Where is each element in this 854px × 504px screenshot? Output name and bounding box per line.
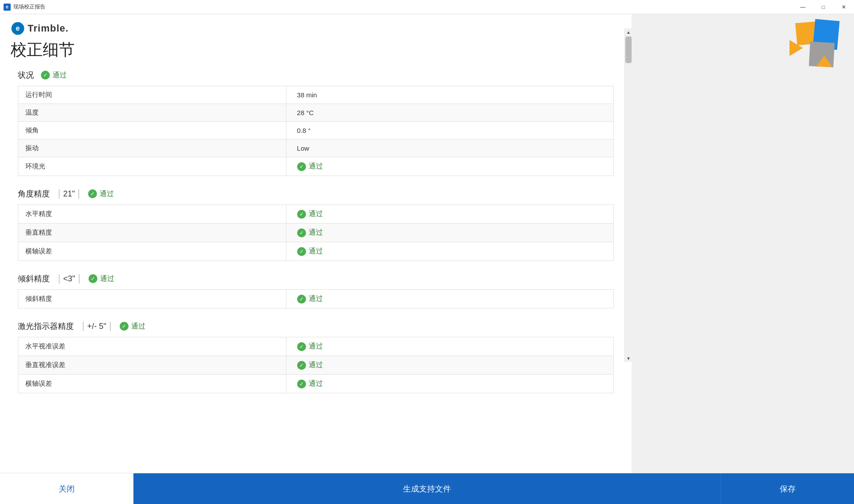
table-row: 垂直精度 ✓ 通过	[18, 224, 614, 242]
laser-table: 水平视准误差 ✓ 通过 垂直视准误差 ✓ 通过	[18, 337, 614, 393]
trimble-3d-logo	[769, 18, 841, 80]
minimize-button[interactable]: —	[793, 0, 813, 14]
trimble-logo-text: Trimble.	[28, 23, 68, 34]
section-laser: 激光指示器精度 +/- 5" ✓ 通过 水平视准误差 ✓ 通过	[18, 319, 614, 393]
row-label: 运行时间	[18, 86, 286, 104]
content-area[interactable]: 状况 ✓ 通过 运行时间 38 min 温度 28 °C 倾角 0.8 °	[0, 68, 632, 503]
section-status-title: 状况	[18, 70, 34, 80]
section-angle: 角度精度 21" ✓ 通过 水平精度 ✓ 通过	[18, 187, 614, 261]
row-value: 28 °C	[286, 104, 613, 122]
pass-icon-status: ✓	[41, 71, 50, 80]
row-value: ✓ 通过	[286, 224, 613, 242]
section-laser-pass: ✓ 通过	[120, 322, 145, 331]
pass-icon-laser-axis: ✓	[297, 380, 306, 388]
pass-icon-axis: ✓	[297, 247, 306, 256]
title-bar: e 现场校正报告 — □ ✕	[0, 0, 854, 14]
row-value: ✓ 通过	[286, 242, 613, 261]
table-row: 倾角 0.8 °	[18, 122, 614, 140]
scrollbar-down-arrow[interactable]: ▼	[625, 355, 632, 362]
scrollbar-up-arrow[interactable]: ▲	[625, 28, 632, 36]
page-title: 校正细节	[0, 36, 632, 68]
section-angle-pass-label: 通过	[100, 189, 114, 199]
cell-pass-badge: ✓ 通过	[297, 228, 606, 237]
row-label: 水平精度	[18, 205, 286, 224]
pass-icon-ambient: ✓	[297, 162, 306, 171]
cell-pass-badge: ✓ 通过	[297, 294, 606, 304]
section-tilt-header: 倾斜精度 <3" ✓ 通过	[18, 272, 614, 286]
cell-pass-badge: ✓ 通过	[297, 379, 606, 388]
pass-icon-tilt: ✓	[89, 274, 97, 283]
generate-button[interactable]: 生成支持文件	[133, 473, 721, 504]
row-label: 环境光	[18, 157, 286, 176]
maximize-button[interactable]: □	[813, 0, 834, 14]
trimble-logo-icon: e	[11, 21, 25, 36]
section-laser-pass-label: 通过	[131, 322, 145, 331]
row-value: 38 min	[286, 86, 613, 104]
title-bar-controls: — □ ✕	[793, 0, 854, 14]
section-laser-header: 激光指示器精度 +/- 5" ✓ 通过	[18, 319, 614, 333]
row-value: ✓ 通过	[286, 157, 613, 176]
section-angle-value: 21"	[59, 189, 79, 199]
section-angle-pass: ✓ 通过	[88, 189, 114, 199]
pass-icon-laser-vt: ✓	[297, 361, 306, 370]
cell-pass-badge: ✓ 通过	[297, 209, 606, 219]
save-button[interactable]: 保存	[721, 473, 854, 504]
row-value: ✓ 通过	[286, 375, 613, 393]
title-bar-text: 现场校正报告	[13, 3, 45, 11]
scrollbar[interactable]: ▲ ▼	[624, 28, 632, 362]
table-row: 倾斜精度 ✓ 通过	[18, 290, 614, 308]
section-status-pass: ✓ 通过	[41, 71, 67, 80]
cell-pass-badge: ✓ 通过	[297, 162, 606, 171]
row-label: 横轴误差	[18, 375, 286, 393]
row-label: 水平视准误差	[18, 337, 286, 356]
row-value: ✓ 通过	[286, 205, 613, 224]
section-tilt-pass: ✓ 通过	[89, 274, 114, 284]
main-window: e Trimble. 校正细节 状况 ✓ 通过 运行时间 38 min	[0, 14, 632, 503]
table-row: 环境光 ✓ 通过	[18, 157, 614, 176]
pass-icon-laser: ✓	[120, 322, 129, 331]
section-status: 状况 ✓ 通过 运行时间 38 min 温度 28 °C 倾角 0.8 °	[18, 68, 614, 176]
section-tilt-title: 倾斜精度	[18, 273, 50, 284]
tilt-table: 倾斜精度 ✓ 通过	[18, 289, 614, 308]
pass-icon-angle: ✓	[88, 189, 97, 198]
section-angle-title: 角度精度	[18, 188, 50, 199]
row-label: 振动	[18, 140, 286, 157]
pass-icon-laser-hz: ✓	[297, 342, 306, 351]
row-value: ✓ 通过	[286, 356, 613, 375]
section-laser-title: 激光指示器精度	[18, 321, 74, 332]
status-table: 运行时间 38 min 温度 28 °C 倾角 0.8 ° 振动 Low 环境光	[18, 86, 614, 176]
table-row: 横轴误差 ✓ 通过	[18, 375, 614, 393]
row-label: 横轴误差	[18, 242, 286, 261]
pass-icon-vt: ✓	[297, 228, 306, 237]
row-label: 温度	[18, 104, 286, 122]
section-laser-value: +/- 5"	[83, 322, 111, 331]
footer: 关闭 生成支持文件 保存	[0, 473, 854, 504]
cell-pass-badge: ✓ 通过	[297, 247, 606, 256]
section-status-header: 状况 ✓ 通过	[18, 68, 614, 82]
section-status-pass-label: 通过	[52, 71, 67, 80]
logo-area: e Trimble.	[0, 14, 632, 36]
row-label: 倾斜精度	[18, 290, 286, 308]
row-value: ✓ 通过	[286, 337, 613, 356]
row-value: 0.8 °	[286, 122, 613, 140]
row-label: 垂直视准误差	[18, 356, 286, 375]
row-value: ✓ 通过	[286, 290, 613, 308]
angle-table: 水平精度 ✓ 通过 垂直精度 ✓ 通过	[18, 204, 614, 261]
section-tilt-pass-label: 通过	[100, 274, 114, 284]
close-button[interactable]: 关闭	[0, 473, 133, 504]
section-tilt-value: <3"	[59, 274, 80, 284]
table-row: 水平精度 ✓ 通过	[18, 205, 614, 224]
section-angle-header: 角度精度 21" ✓ 通过	[18, 187, 614, 201]
cell-pass-badge: ✓ 通过	[297, 342, 606, 351]
table-row: 温度 28 °C	[18, 104, 614, 122]
section-tilt: 倾斜精度 <3" ✓ 通过 倾斜精度 ✓ 通过	[18, 272, 614, 308]
table-row: 垂直视准误差 ✓ 通过	[18, 356, 614, 375]
table-row: 振动 Low	[18, 140, 614, 157]
table-row: 横轴误差 ✓ 通过	[18, 242, 614, 261]
row-label: 倾角	[18, 122, 286, 140]
table-row: 运行时间 38 min	[18, 86, 614, 104]
close-button[interactable]: ✕	[834, 0, 854, 14]
scrollbar-thumb[interactable]	[625, 36, 632, 63]
cell-pass-label: 通过	[309, 162, 323, 171]
trimble-logo: e Trimble.	[11, 21, 68, 36]
